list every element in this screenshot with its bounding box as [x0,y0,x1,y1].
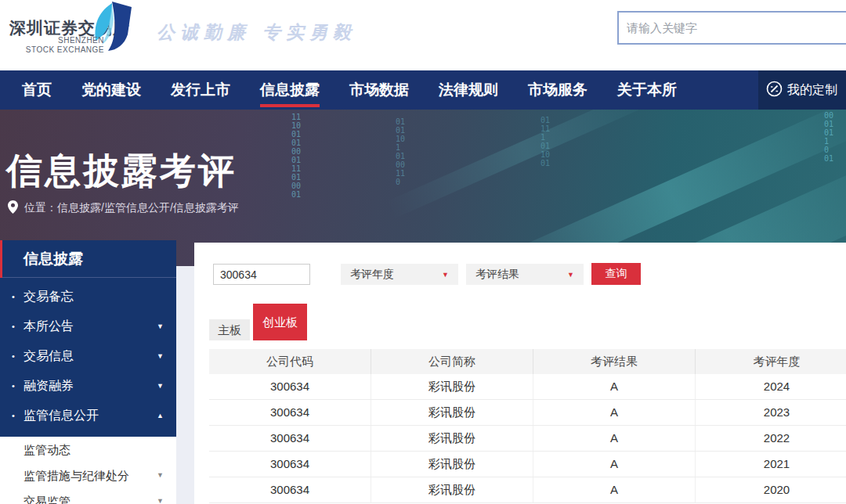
caret-down-icon: ▼ [567,271,574,279]
table-cell: A [533,400,696,425]
assessment-year-dropdown[interactable]: 考评年度 ▼ [341,264,458,285]
chevron-down-icon: ▼ [157,341,164,371]
table-row[interactable]: 300634彩讯股份A2024 [209,374,846,400]
sidebar-item[interactable]: 融资融券▼ [0,371,176,401]
nav-item[interactable]: 法律规则 [439,70,498,110]
table-cell: 彩讯股份 [371,477,533,502]
assessment-result-dropdown[interactable]: 考评结果 ▼ [466,264,584,285]
nav-item[interactable]: 关于本所 [617,70,677,110]
sidebar-subitem-label: 交易监管 [24,495,70,504]
assessment-result-label: 考评结果 [475,268,519,282]
table-cell: 300634 [209,374,371,399]
sidebar-items: 交易备忘本所公告▼交易信息▼融资融券▼监管信息公开▲ [0,278,176,437]
table-cell: 2020 [696,477,846,502]
column-header: 考评年度 [696,349,846,374]
table-cell: 2021 [696,452,846,477]
content-gap [176,266,194,504]
table-cell: A [533,452,696,477]
logo-text-en: SHENZHEN STOCK EXCHANGE [0,36,104,55]
table-cell: 2023 [696,400,846,425]
table-body: 300634彩讯股份A2024300634彩讯股份A2023300634彩讯股份… [209,374,846,503]
binary-decoration: 01 01 10 1 01 00 11 0 [396,117,405,186]
binary-decoration: 11 10 01 01 00 01 11 01 00 01 [291,113,301,199]
table-cell: 彩讯股份 [371,452,533,477]
table-cell: 彩讯股份 [371,374,533,399]
nav-item[interactable]: 党的建设 [81,70,141,110]
sidebar-subitems: 监管动态监管措施与纪律处分▼交易监管▼ [0,437,176,504]
chevron-down-icon: ▼ [157,371,164,401]
sidebar-item-label: 本所公告 [24,319,74,333]
table-row[interactable]: 300634彩讯股份A2023 [209,400,846,426]
customize-pencil-icon [766,81,783,100]
stock-code-input[interactable] [213,264,310,285]
query-button[interactable]: 查询 [591,263,641,285]
table-cell: 300634 [209,477,371,502]
table-cell: 300634 [209,426,371,451]
table-cell: A [533,426,696,451]
sidebar-subitem-label: 监管动态 [24,443,70,456]
column-header: 公司代码 [209,349,371,374]
sidebar-item-label: 监管信息公开 [24,409,99,422]
assessment-table: 公司代码公司简称考评结果考评年度 300634彩讯股份A2024300634彩讯… [209,349,846,503]
main-nav: 首页党的建设发行上市信息披露市场数据法律规则市场服务关于本所 [0,70,846,110]
table-header-row: 公司代码公司简称考评结果考评年度 [209,349,846,374]
nav-item[interactable]: 市场服务 [528,70,588,110]
site-header: 深圳证券交易所 SHENZHEN STOCK EXCHANGE 公诚勤廉 专实勇… [0,0,846,70]
sidebar-subitem[interactable]: 监管措施与纪律处分▼ [0,463,176,488]
my-custom-button[interactable]: 我的定制 [758,70,846,110]
board-tabs: 主板创业板 [209,304,307,340]
content-panel: 考评年度 ▼ 考评结果 ▼ 查询 主板创业板 公司代码公司简称考评结果考评年度 … [194,243,846,504]
table-cell: 300634 [209,400,371,425]
chevron-up-icon: ▲ [157,401,164,430]
table-cell: A [533,477,696,502]
table-cell: 2024 [696,374,846,399]
nav-item[interactable]: 市场数据 [349,70,409,110]
table-cell: 彩讯股份 [371,426,533,451]
page-title: 信息披露考评 [6,147,237,196]
sidebar-item-label: 交易信息 [24,349,74,362]
nav-item[interactable]: 信息披露 [260,70,320,110]
breadcrumb: 位置：信息披露/监管信息公开/信息披露考评 [8,200,239,216]
slogan-text: 公诚勤廉 专实勇毅 [157,20,356,45]
chevron-down-icon: ▼ [157,488,164,504]
binary-decoration: 00 01 01 1 0 01 [824,111,833,163]
sidebar-item[interactable]: 本所公告▼ [0,311,176,341]
table-cell: 2022 [696,426,846,451]
szse-page: 深圳证券交易所 SHENZHEN STOCK EXCHANGE 公诚勤廉 专实勇… [0,0,846,504]
site-search-input[interactable] [617,11,846,45]
sidebar-item[interactable]: 监管信息公开▲ [0,401,176,430]
my-custom-label: 我的定制 [787,82,837,99]
table-row[interactable]: 300634彩讯股份A2020 [209,477,846,503]
column-header: 公司简称 [371,349,533,374]
table-cell: 彩讯股份 [371,400,533,425]
sidebar-item[interactable]: 交易备忘 [0,282,176,311]
caret-down-icon: ▼ [442,271,449,279]
sidebar-item[interactable]: 交易信息▼ [0,341,176,371]
board-tab[interactable]: 创业板 [253,304,307,340]
sidebar-item-label: 融资融券 [24,379,74,392]
table-cell: 300634 [209,452,371,477]
sidebar-item-label: 交易备忘 [24,290,74,303]
table-row[interactable]: 300634彩讯股份A2022 [209,426,846,452]
chevron-down-icon: ▼ [157,463,164,488]
chevron-down-icon: ▼ [157,311,164,341]
board-tab[interactable]: 主板 [209,319,250,340]
sidebar-title: 信息披露 [0,240,176,278]
sidebar-subitem[interactable]: 交易监管▼ [0,488,176,504]
table-cell: A [533,374,696,399]
nav-item[interactable]: 发行上市 [171,70,230,110]
table-row[interactable]: 300634彩讯股份A2021 [209,452,846,477]
nav-item[interactable]: 首页 [22,70,52,110]
binary-decoration: 01 11 1 01 10 01 [540,116,550,167]
column-header: 考评结果 [533,349,696,374]
breadcrumb-text: 位置：信息披露/监管信息公开/信息披露考评 [24,201,239,215]
sidebar: 信息披露 交易备忘本所公告▼交易信息▼融资融券▼监管信息公开▲ 监管动态监管措施… [0,240,176,504]
location-pin-icon [8,200,18,216]
sidebar-subitem-label: 监管措施与纪律处分 [24,469,129,482]
assessment-year-label: 考评年度 [350,268,394,282]
sidebar-subitem[interactable]: 监管动态 [0,437,176,463]
